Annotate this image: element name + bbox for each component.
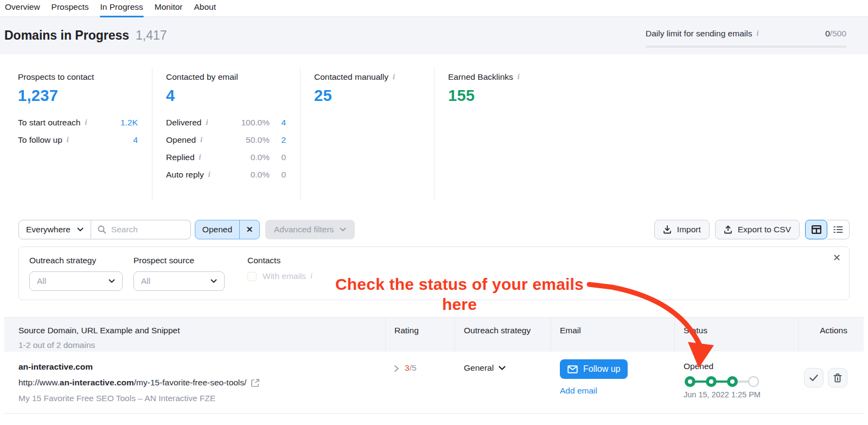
stat-contacted-manually: Contacted manually i 25 [300,68,434,201]
status-label: Opened [684,361,798,371]
search-input[interactable] [111,225,179,234]
filter-chip-label[interactable]: Opened [195,220,239,239]
info-icon[interactable]: i [199,153,201,162]
stat-row-count[interactable]: 2 [270,135,286,145]
cell-outreach-strategy: General [455,352,551,413]
list-view-icon[interactable] [827,220,850,239]
stat-row-pct: 0.0% [251,153,270,162]
rating-value[interactable]: 3 [405,363,410,372]
stat-row-count: 0 [270,170,286,180]
tab-overview[interactable]: Overview [4,0,41,16]
with-emails-checkbox[interactable] [247,272,257,281]
top-nav: Overview Prospects In Progress Monitor A… [0,0,868,17]
check-icon [809,375,818,382]
external-link-icon[interactable] [251,378,260,388]
column-status: Status [674,318,798,352]
prospect-source-select[interactable]: All [133,271,225,291]
info-icon[interactable]: i [206,118,208,127]
domain-name[interactable]: an-interactive.com [18,362,385,372]
close-icon[interactable]: ✕ [833,252,841,264]
info-icon[interactable]: i [67,136,69,144]
stat-row-auto-reply: Auto reply i 0.0% 0 [166,170,286,180]
info-icon[interactable]: i [756,29,758,38]
scope-select-value: Everywhere [26,225,71,234]
advanced-filters-button[interactable]: Advanced filters [265,220,355,239]
url-domain: an-interactive.com [60,378,134,388]
expand-chevron-icon[interactable] [394,365,399,372]
cell-source-domain: an-interactive.com http://www.an-interac… [4,352,385,413]
column-actions: Actions [798,318,864,352]
chevron-down-icon [210,279,217,283]
stat-row-label: Opened [166,135,196,145]
contacts-label: Contacts [247,256,312,265]
close-icon[interactable]: ✕ [239,220,259,239]
chevron-down-icon [499,366,506,371]
info-icon[interactable]: i [518,73,520,81]
stat-row-value[interactable]: 4 [133,135,138,145]
import-button[interactable]: Import [654,220,710,239]
stat-row-value[interactable]: 1.2K [120,118,138,128]
cell-status: Opened Jun 15, 2022 1:25 PM [674,352,798,413]
envelope-icon [567,365,578,373]
tab-prospects[interactable]: Prospects [51,0,90,16]
export-to-csv-button[interactable]: Export to CSV [715,220,800,239]
outreach-strategy-select[interactable]: All [29,271,123,291]
stat-row-label: Replied [166,153,195,162]
stat-prospects-to-contact: Prospects to contact 1,237 To start outr… [4,68,152,201]
advanced-filters-label: Advanced filters [274,225,334,234]
table-view-icon[interactable] [805,220,827,239]
domains-table-card: Everywhere Opened ✕ Advanced filters Imp… [4,212,864,425]
daily-limit-label: Daily limit for sending emails [646,29,752,39]
stat-row-count: 0 [270,153,286,162]
info-icon[interactable]: i [208,170,210,179]
stat-title: Contacted manually [314,72,388,82]
stat-row-to-follow-up: To follow up i 4 [18,135,138,145]
follow-up-button[interactable]: Follow up [560,359,628,379]
stat-value: 25 [314,87,420,105]
stat-row-label: Auto reply [166,170,204,180]
annotation-line1: Check the status of your emails [332,274,587,294]
tab-about[interactable]: About [193,0,216,16]
tab-monitor[interactable]: Monitor [154,0,183,16]
status-progress-stepper [684,375,765,388]
follow-up-label: Follow up [583,364,620,374]
scope-select[interactable]: Everywhere [18,220,91,239]
stat-value: 1,237 [18,87,138,105]
stat-row-delivered: Delivered i 100.0% 4 [166,118,286,128]
trash-icon [833,373,842,383]
info-icon[interactable]: i [393,73,395,81]
strategy-select[interactable]: General [464,363,506,373]
stat-row-count[interactable]: 4 [270,118,286,128]
stat-value: 155 [448,87,850,105]
cell-rating: 3/5 [385,352,455,413]
stat-row-pct: 100.0% [241,118,270,128]
info-icon[interactable]: i [310,272,312,281]
add-email-link[interactable]: Add email [560,386,674,396]
stat-title: Prospects to contact [18,72,138,82]
stat-row-pct: 0.0% [251,170,270,180]
delete-button[interactable] [828,368,847,388]
table-toolbar: Everywhere Opened ✕ Advanced filters Imp… [4,212,864,239]
strategy-value: General [464,363,494,373]
daily-limit-progressbar [646,46,846,48]
stats-card: Prospects to contact 1,237 To start outr… [4,54,864,201]
mark-done-button[interactable] [804,368,824,388]
stat-value: 4 [166,87,286,105]
import-label: Import [677,225,701,234]
info-icon[interactable]: i [85,118,87,127]
contacts-filter: Contacts With emails i [247,256,312,300]
table-header-row: Source Domain, URL Example and Snippet 1… [4,317,864,352]
cell-email: Follow up Add email [551,352,674,413]
prospect-source-value: All [141,276,150,286]
view-toggle [805,220,850,239]
url-suffix: /my-15-favorite-free-seo-tools/ [134,378,247,388]
info-icon[interactable]: i [200,136,202,144]
daily-limit: Daily limit for sending emails i 0 /500 [646,28,846,54]
stat-row-to-start-outreach: To start outreach i 1.2K [18,118,138,128]
prospect-source-filter: Prospect source All [133,256,225,300]
tab-in-progress[interactable]: In Progress [100,0,144,16]
export-icon [724,225,732,234]
outreach-strategy-value: All [37,276,46,286]
stat-earned-backlinks: Earned Backlinks i 155 [434,68,864,201]
annotation-line2: here [332,294,587,314]
